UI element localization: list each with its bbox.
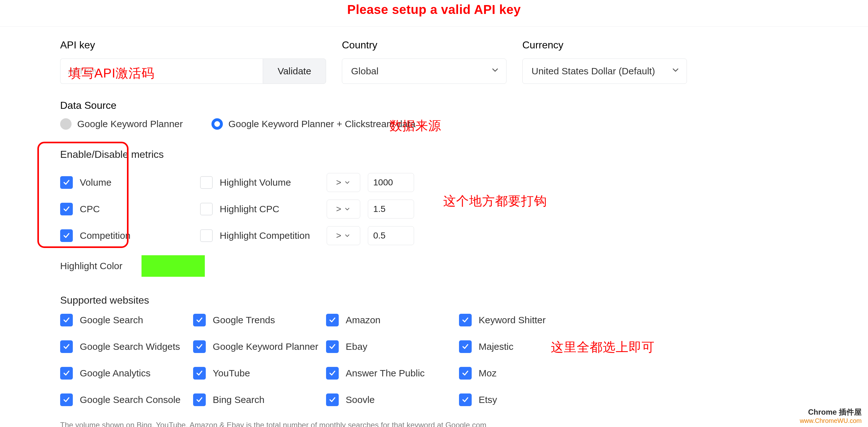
- site-label: Google Trends: [213, 315, 275, 325]
- radio-label: Google Keyword Planner: [77, 119, 183, 129]
- threshold-competition[interactable]: [368, 226, 414, 245]
- site-google-analytics: Google Analytics: [60, 367, 193, 380]
- checkbox-site[interactable]: [326, 314, 339, 326]
- country-value: Global: [351, 66, 379, 76]
- site-bing-search: Bing Search: [193, 393, 326, 406]
- site-label: Amazon: [346, 315, 380, 325]
- checkbox-highlight-cpc[interactable]: [200, 203, 213, 216]
- metrics-heading: Enable/Disable metrics: [60, 149, 868, 160]
- site-label: Google Analytics: [80, 368, 150, 379]
- radio-indicator: [212, 118, 223, 130]
- country-select[interactable]: Global: [342, 59, 506, 84]
- checkbox-site[interactable]: [326, 367, 339, 380]
- checkbox-volume[interactable]: [60, 176, 73, 189]
- checkbox-site[interactable]: [459, 314, 472, 326]
- checkbox-cpc[interactable]: [60, 203, 73, 216]
- site-label: Majestic: [478, 341, 514, 352]
- checkbox-site[interactable]: [459, 340, 472, 353]
- site-moz: Moz: [459, 367, 592, 380]
- currency-select[interactable]: United States Dollar (Default): [522, 59, 687, 84]
- site-google-keyword-planner: Google Keyword Planner: [193, 340, 326, 353]
- footnote: The volume shown on Bing, YouTube, Amazo…: [60, 421, 868, 427]
- site-label: Bing Search: [213, 394, 264, 405]
- metric-competition-label: Competition: [80, 230, 130, 241]
- checkbox-site[interactable]: [60, 314, 73, 326]
- site-amazon: Amazon: [326, 314, 459, 326]
- metric-cpc-label: CPC: [80, 204, 100, 215]
- op-select-cpc[interactable]: >: [327, 200, 360, 219]
- highlight-volume-label: Highlight Volume: [220, 177, 291, 188]
- site-google-trends: Google Trends: [193, 314, 326, 326]
- site-etsy: Etsy: [459, 393, 592, 406]
- validate-button[interactable]: Validate: [263, 59, 326, 84]
- checkbox-site[interactable]: [60, 340, 73, 353]
- highlight-competition-label: Highlight Competition: [220, 230, 310, 241]
- site-label: Google Keyword Planner: [213, 341, 318, 352]
- checkbox-highlight-volume[interactable]: [200, 176, 213, 189]
- site-keyword-shitter: Keyword Shitter: [459, 314, 592, 326]
- currency-value: United States Dollar (Default): [531, 66, 655, 76]
- chevron-down-icon: [490, 65, 500, 77]
- checkbox-highlight-competition[interactable]: [200, 229, 213, 242]
- site-youtube: YouTube: [193, 367, 326, 380]
- checkbox-site[interactable]: [60, 367, 73, 380]
- banner-error: Please setup a valid API key: [0, 0, 868, 26]
- site-label: Google Search: [80, 315, 143, 325]
- checkbox-site[interactable]: [326, 340, 339, 353]
- checkbox-competition[interactable]: [60, 229, 73, 242]
- chevron-down-icon: [671, 65, 680, 77]
- site-label: Google Search Widgets: [80, 341, 180, 352]
- watermark-line2: www.ChromeWU.com: [800, 417, 862, 424]
- radio-indicator: [60, 118, 71, 130]
- site-label: Soovle: [346, 394, 375, 405]
- metric-volume-label: Volume: [80, 177, 112, 188]
- site-soovle: Soovle: [326, 393, 459, 406]
- watermark: Chrome 插件屋 www.ChromeWU.com: [800, 407, 862, 424]
- highlight-color-label: Highlight Color: [60, 261, 123, 271]
- highlight-cpc-label: Highlight CPC: [220, 204, 279, 215]
- checkbox-site[interactable]: [193, 340, 206, 353]
- site-label: Moz: [478, 368, 497, 379]
- checkbox-site[interactable]: [193, 314, 206, 326]
- checkbox-site[interactable]: [459, 367, 472, 380]
- highlight-color-swatch[interactable]: [142, 255, 205, 277]
- radio-gkp[interactable]: Google Keyword Planner: [60, 118, 183, 130]
- op-symbol: >: [336, 177, 341, 188]
- site-answer-the-public: Answer The Public: [326, 367, 459, 380]
- site-label: Answer The Public: [346, 368, 425, 379]
- site-google-search-widgets: Google Search Widgets: [60, 340, 193, 353]
- divider: [0, 26, 868, 27]
- site-label: YouTube: [213, 368, 250, 379]
- op-select-competition[interactable]: >: [327, 226, 360, 245]
- site-label: Etsy: [478, 394, 497, 405]
- site-google-search-console: Google Search Console: [60, 393, 193, 406]
- op-select-volume[interactable]: >: [327, 173, 360, 192]
- site-label: Keyword Shitter: [478, 315, 546, 325]
- data-source-heading: Data Source: [60, 100, 868, 111]
- watermark-line1: Chrome 插件屋: [800, 407, 862, 417]
- country-label: Country: [342, 39, 506, 51]
- site-label: Google Search Console: [80, 394, 181, 405]
- supported-websites-heading: Supported websites: [60, 294, 868, 306]
- op-symbol: >: [336, 204, 341, 214]
- checkbox-site[interactable]: [326, 393, 339, 406]
- site-label: Ebay: [346, 341, 367, 352]
- site-ebay: Ebay: [326, 340, 459, 353]
- checkbox-site[interactable]: [459, 393, 472, 406]
- threshold-cpc[interactable]: [368, 200, 414, 219]
- site-majestic: Majestic: [459, 340, 592, 353]
- radio-label: Google Keyword Planner + Clickstream dat…: [228, 119, 416, 129]
- currency-label: Currency: [522, 39, 687, 51]
- radio-gkp-clickstream[interactable]: Google Keyword Planner + Clickstream dat…: [212, 118, 416, 130]
- op-symbol: >: [336, 231, 341, 241]
- api-key-label: API key: [60, 39, 326, 51]
- checkbox-site[interactable]: [193, 367, 206, 380]
- checkbox-site[interactable]: [193, 393, 206, 406]
- checkbox-site[interactable]: [60, 393, 73, 406]
- threshold-volume[interactable]: [368, 173, 414, 192]
- api-key-input[interactable]: [60, 59, 263, 84]
- site-google-search: Google Search: [60, 314, 193, 326]
